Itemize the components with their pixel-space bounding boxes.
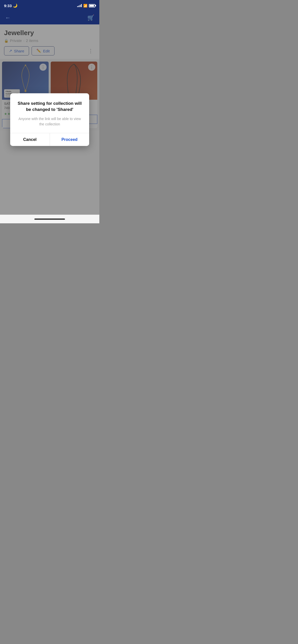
back-button[interactable]: ← xyxy=(5,14,11,21)
dialog-actions: Cancel Proceed xyxy=(10,133,89,146)
moon-icon: 🌙 xyxy=(13,3,18,8)
cart-button[interactable]: 🛒 xyxy=(87,14,94,21)
status-bar: 9:33 🌙 📶 xyxy=(0,0,99,11)
main-content: Jewellery 🔒 Private · 2 items ↗ Share ✏️… xyxy=(0,24,99,215)
share-confirm-dialog: Share setting for collection will be cha… xyxy=(10,93,89,146)
bottom-indicator xyxy=(0,215,99,223)
time-display: 9:33 xyxy=(4,4,12,8)
battery-icon xyxy=(89,4,95,7)
wifi-icon: 📶 xyxy=(83,4,87,8)
dialog-body: Share setting for collection will be cha… xyxy=(10,93,89,133)
status-time: 9:33 🌙 xyxy=(4,3,18,8)
dialog-title: Share setting for collection will be cha… xyxy=(16,100,83,113)
status-icons: 📶 xyxy=(77,4,95,8)
dialog-cancel-button[interactable]: Cancel xyxy=(10,133,50,146)
signal-icon xyxy=(77,4,82,7)
dialog-proceed-button[interactable]: Proceed xyxy=(50,133,89,146)
dialog-message: Anyone with the link will be able to vie… xyxy=(16,116,83,127)
top-navigation: ← 🛒 xyxy=(0,11,99,24)
home-indicator xyxy=(34,218,65,220)
